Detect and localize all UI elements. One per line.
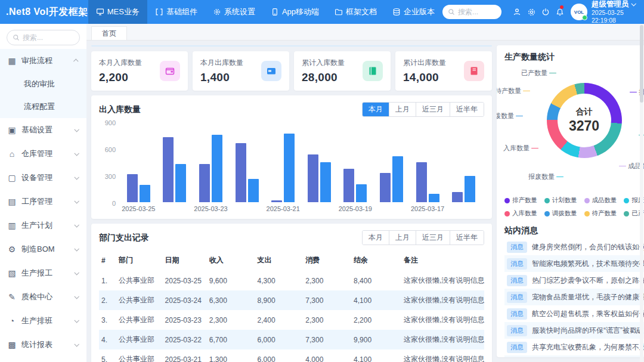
sidebar-item-质检中心[interactable]: ✎质检中心 [0,285,86,309]
chart-tab-上月[interactable]: 上月 [389,103,416,116]
sidebar-item-生产报工[interactable]: ▧生产报工 [0,261,86,285]
bar-series-1-2025-03-16[interactable] [452,192,463,202]
bar-series-1-2025-03-17[interactable] [416,162,427,202]
message-item[interactable]: 消息服装快时尚品牌的环保“谎言”被戳破？ [504,322,644,339]
table-row[interactable]: 4.公共事业部2025-03-226,7006,0007,3009,900这家伙… [99,330,484,349]
bar-series-2-2025-03-17[interactable] [429,194,439,202]
message-item[interactable]: 消息共享充电宝收费乱象，为何屡禁不止？ [504,339,644,355]
nav-item-MES业务[interactable]: MES业务 [88,0,147,24]
sidebar-item-生产排班[interactable]: ◔生产排班 [0,309,86,333]
sidebar-search-input[interactable] [23,33,70,42]
table-tab-近半年[interactable]: 近半年 [450,231,484,245]
scrollbar-thumb[interactable] [640,25,643,103]
bar-series-2-2025-03-20[interactable] [320,162,331,202]
bar-series-1-2025-03-25[interactable] [127,174,138,202]
bar-series-1-2025-03-20[interactable] [308,154,318,202]
bar-series-1-2025-03-21[interactable] [271,200,282,202]
message-item[interactable]: 消息智能家电频繁死机，技术瓶颈待突破？ [504,255,644,272]
bar-series-2-2025-03-25[interactable] [140,185,150,202]
sidebar-item-工序管理[interactable]: ▤工序管理 [0,190,86,214]
sidebar-item-统计报表[interactable]: ▩统计报表 [0,333,86,357]
message-text: 健身房突然倒闭，会员们的钱该如何追回？ [532,242,644,252]
bar-series-2-2025-03-22[interactable] [248,179,259,202]
message-item[interactable]: 消息航空公司超售机票，乘客权益如何保障？ [504,305,644,322]
messages-list: 消息健身房突然倒闭，会员们的钱该如何追回？消息智能家电频繁死机，技术瓶颈待突破？… [504,239,644,357]
user-icon[interactable] [510,0,524,24]
sidebar-search[interactable] [7,30,80,45]
nav-item-基础组件[interactable]: 基础组件 [147,0,205,24]
table-row[interactable]: 2.公共事业部2025-03-246,3008,9007,3004,100这家伙… [99,290,484,310]
table-body: 1.公共事业部2025-03-259,6004,3002,3008,400这家伙… [99,271,484,362]
logout-power-icon[interactable] [538,0,553,24]
message-badge: 消息 [507,242,527,253]
user-name: 超级管理员 [592,0,629,9]
avatar[interactable]: VOL [571,4,587,20]
monitor-icon [96,8,104,16]
bar-series-1-2025-03-19[interactable] [343,169,354,202]
table-cell: 这家伙很懒,没有说明信息... [401,271,484,290]
stat-card-value: 28,000 [302,71,345,84]
nav-item-企业版本[interactable]: 企业版本 [385,0,442,24]
sidebar-item-设备管理[interactable]: ▢设备管理 [0,166,86,190]
message-item[interactable]: 消息宠物食品质量堪忧，毛孩子的健康谁守护？ [504,289,644,305]
topbar-search-input[interactable] [458,8,496,16]
bar-series-1-2025-03-22[interactable] [236,143,246,202]
bar-series-2-2025-03-24[interactable] [175,164,186,203]
table-row[interactable]: 3.公共事业部2025-03-232,3002,4002,3002,200这家伙… [99,310,484,330]
legend-item-入库数量[interactable]: 入库数量 [504,209,544,218]
chart-tab-近三月[interactable]: 近三月 [416,103,450,116]
nav-item-系统设置[interactable]: 系统设置 [205,0,263,24]
page-scrollbar[interactable] [640,24,643,362]
donut-label-调拨数量: 调拨数量 [497,112,523,120]
nav-item-框架文档[interactable]: 框架文档 [327,0,385,24]
legend-item-调拨数量[interactable]: 调拨数量 [544,209,584,218]
table-cell: 7,300 [303,330,351,349]
legend-label: 排产数量 [512,196,537,205]
chart-tab-近半年[interactable]: 近半年 [450,103,484,116]
bar-series-1-2025-03-23[interactable] [199,164,210,203]
nav-item-App移动端[interactable]: App移动端 [263,0,327,24]
legend-item-计划数量[interactable]: 计划数量 [544,196,584,205]
stat-card-label: 本月出库数量 [200,58,243,68]
bar-series-2-2025-03-21[interactable] [284,134,295,202]
callout-line [630,92,637,93]
bar-series-2-2025-03-18[interactable] [392,156,403,202]
bar-series-2-2025-03-16[interactable] [465,176,475,202]
legend-item-排产数量[interactable]: 排产数量 [504,196,544,205]
table-cell: 4,100 [351,290,401,310]
table-tab-上月[interactable]: 上月 [389,231,416,245]
bar-series-1-2025-03-24[interactable] [163,137,174,202]
bar-group-2025-03-22 [229,125,265,202]
sidebar-subitem-我的审批[interactable]: 我的审批 [0,73,86,95]
sidebar-subitem-流程配置[interactable]: 流程配置 [0,95,86,118]
sidebar-item-审批流程[interactable]: ▦审批流程 [0,49,86,73]
notification-dot [560,5,564,9]
table-tab-近三月[interactable]: 近三月 [416,231,450,245]
package-icon: ▣ [7,125,17,135]
tab-home[interactable]: 首页 [91,26,127,40]
bar-series-2-2025-03-23[interactable] [212,135,222,202]
theme-gear-icon[interactable] [524,0,538,24]
stat-card-text: 本月出库数量1,400 [200,58,243,84]
message-item[interactable]: 消息新兴职业高薪背后，隐藏着哪些挑战？ [504,355,644,357]
callout-text: 调拨数量 [497,112,514,120]
table-row[interactable]: 5.公共事业部2025-03-211,3006,0004,0004,100这家伙… [99,349,484,362]
table-row[interactable]: 1.公共事业部2025-03-259,6004,3002,3008,400这家伙… [99,271,484,290]
legend-dot [544,211,550,216]
chevron-down-icon [74,222,79,227]
legend-item-成品数量[interactable]: 成品数量 [584,196,624,205]
table-tab-本月[interactable]: 本月 [363,231,389,245]
user-box[interactable]: 超级管理员 2025-03-25 22:19:08 [592,0,638,24]
topbar-search[interactable] [442,5,501,19]
chart-tab-本月[interactable]: 本月 [363,103,389,116]
sidebar-item-仓库管理[interactable]: ⌂仓库管理 [0,142,86,166]
bar-series-1-2025-03-18[interactable] [380,173,391,202]
bar-series-2-2025-03-19[interactable] [356,184,367,202]
legend-item-待产数量[interactable]: 待产数量 [584,209,624,218]
sidebar-item-生产计划[interactable]: ▥生产计划 [0,214,86,237]
sidebar-item-制造BOM[interactable]: ⚙制造BOM [0,237,86,261]
notification-bell-icon[interactable] [553,0,567,24]
message-item[interactable]: 消息热门综艺抄袭争议不断，原创之路在何方？ [504,272,644,289]
message-item[interactable]: 消息健身房突然倒闭，会员们的钱该如何追回？ [504,239,644,255]
sidebar-item-基础设置[interactable]: ▣基础设置 [0,118,86,142]
